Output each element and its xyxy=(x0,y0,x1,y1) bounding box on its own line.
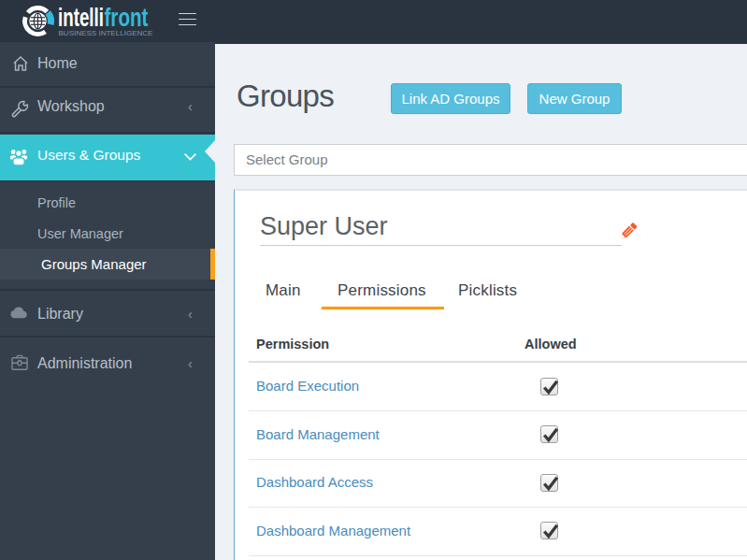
svg-text:front: front xyxy=(105,3,149,32)
svg-text:BUSINESS INTELLIGENCE: BUSINESS INTELLIGENCE xyxy=(59,29,153,37)
svg-text:intelli: intelli xyxy=(58,3,104,32)
